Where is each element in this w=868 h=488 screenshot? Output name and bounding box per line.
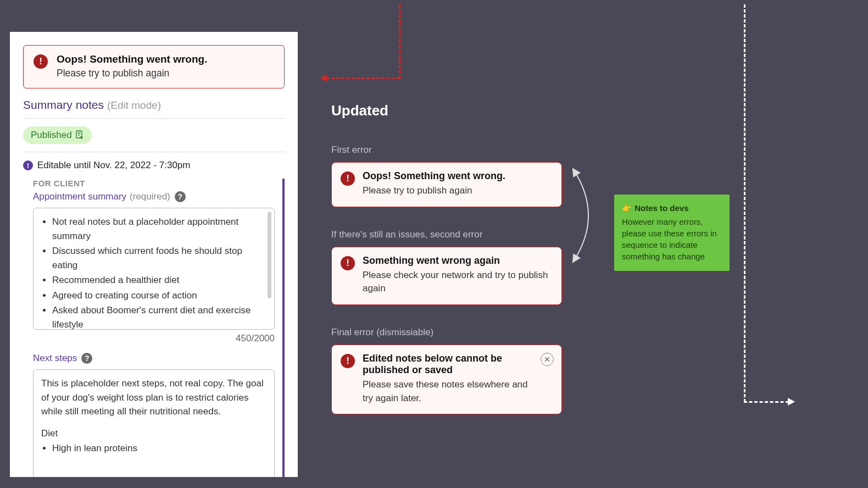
summary-heading-text: Summary notes	[23, 98, 104, 111]
publish-error-banner: ! Oops! Something went wrong. Please try…	[23, 45, 285, 88]
error-block-label: First error	[331, 145, 562, 156]
summary-notes-panel: ! Oops! Something went wrong. Please try…	[10, 32, 298, 477]
error-block-label: Final error (dismissiable)	[331, 327, 562, 338]
error-subtitle: Please try to publish again	[57, 68, 207, 79]
error-icon: !	[34, 54, 48, 69]
list-item: Discussed which current foods he should …	[52, 244, 269, 272]
error-icon: !	[341, 171, 355, 186]
appointment-bullet-list: Not real notes but a placeholder appoint…	[41, 215, 269, 330]
error-card-subtitle: Please check your network and try to pub…	[363, 269, 553, 296]
connector-white-arrowhead	[788, 398, 795, 406]
connector-red-horizontal	[326, 77, 400, 79]
divider	[23, 118, 285, 119]
for-client-tag: FOR CLIENT	[33, 179, 275, 188]
error-card-title: Something went wrong again	[363, 255, 553, 267]
error-card-1: ! Oops! Something went wrong. Please try…	[331, 162, 562, 207]
connector-white-vertical	[744, 4, 745, 402]
connector-red-arrowhead	[320, 74, 327, 82]
close-icon[interactable]: ✕	[541, 353, 554, 366]
error-card-title: Oops! Something went wrong.	[363, 170, 505, 182]
error-card-2: ! Something went wrong again Please chec…	[331, 247, 562, 305]
list-item: Not real notes but a placeholder appoint…	[52, 215, 269, 243]
next-steps-textbox[interactable]: This is placeholder next steps, not real…	[33, 369, 275, 477]
sticky-title: 👉 Notes to devs	[622, 202, 722, 214]
appointment-summary-label: Appointment summary (required) ?	[33, 191, 275, 202]
editable-until-row: ! Editable until Nov. 22, 2022 - 7:30pm	[23, 160, 285, 171]
error-icon: !	[341, 256, 355, 270]
error-icon: !	[341, 354, 355, 368]
notes-scroll-region[interactable]: FOR CLIENT Appointment summary (required…	[23, 179, 285, 477]
published-status-pill: Published	[23, 126, 92, 144]
error-block-label: If there's still an issues, second error	[331, 229, 562, 240]
divider	[23, 152, 285, 152]
dev-notes-sticky: 👉 Notes to devs However many errors, ple…	[614, 195, 730, 271]
summary-header: Summary notes (Edit mode)	[23, 98, 285, 112]
updated-errors-column: Updated First error ! Oops! Something we…	[331, 102, 562, 436]
connector-curve	[569, 166, 613, 265]
error-card-3: ! Edited notes below cannot be published…	[331, 345, 562, 414]
diet-label: Diet	[41, 426, 269, 441]
connector-red-vertical	[399, 4, 400, 79]
help-icon[interactable]: ?	[175, 191, 186, 202]
published-label: Published	[31, 130, 72, 141]
list-item: Agreed to creating course of action	[52, 289, 269, 303]
list-item: High in lean proteins	[52, 441, 269, 456]
appointment-summary-textbox[interactable]: Not real notes but a placeholder appoint…	[33, 208, 275, 330]
editable-until-text: Editable until Nov. 22, 2022 - 7:30pm	[37, 160, 190, 171]
error-title: Oops! Something went wrong.	[57, 53, 207, 65]
error-card-subtitle: Please try to publish again	[363, 184, 505, 198]
help-icon[interactable]: ?	[81, 353, 92, 364]
error-card-title: Edited notes below cannot be published o…	[363, 353, 537, 376]
connector-white-horizontal	[744, 401, 789, 403]
list-item: Asked about Boomer's current diet and ex…	[52, 303, 269, 330]
next-steps-label: Next steps ?	[33, 353, 275, 364]
list-item: Recommended a healthier diet	[52, 273, 269, 287]
char-counter: 450/2000	[33, 333, 275, 344]
error-card-subtitle: Please save these notes elsewhere and tr…	[363, 378, 537, 405]
updated-heading: Updated	[331, 102, 562, 119]
info-icon: !	[23, 160, 33, 170]
pointing-hand-icon: 👉	[622, 203, 632, 213]
next-steps-paragraph: This is placeholder next steps, not real…	[41, 376, 269, 419]
edit-mode-label: (Edit mode)	[107, 99, 161, 111]
sticky-body: However many errors, please use these er…	[622, 216, 722, 262]
published-doc-icon	[75, 130, 84, 141]
